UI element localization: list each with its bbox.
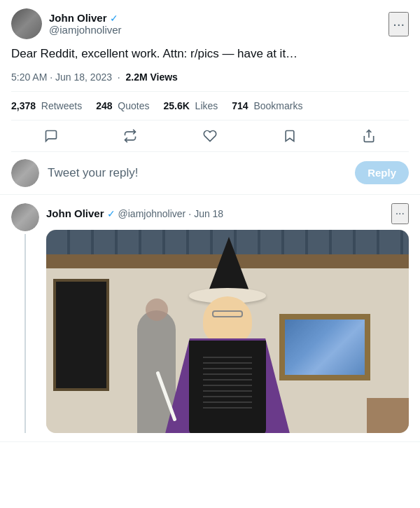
thread-avatar[interactable] <box>11 203 39 231</box>
reply-button[interactable]: Reply <box>355 161 409 184</box>
bookmark-button[interactable] <box>277 123 302 149</box>
display-name[interactable]: John Oliver <box>49 12 107 24</box>
reply-input-placeholder[interactable]: Tweet your reply! <box>48 166 346 180</box>
user-name-row: John Oliver ✓ <box>49 12 122 24</box>
thread-content: John Oliver ✓ @iamjohnoliver · Jun 18 ··… <box>46 203 409 433</box>
actions-row <box>11 121 409 152</box>
bookmarks-count: 714 <box>232 100 248 111</box>
user-details: John Oliver ✓ @iamjohnoliver <box>49 12 122 36</box>
thread-tweet: John Oliver ✓ @iamjohnoliver · Jun 18 ··… <box>0 195 420 442</box>
stats-row: 2,378 Retweets 248 Quotes 25.6K Likes 71… <box>11 100 409 121</box>
wizard-head <box>203 296 252 344</box>
bg-person-head <box>146 298 168 321</box>
picture-frame <box>279 314 370 380</box>
comment-button[interactable] <box>38 123 64 149</box>
likes-label: Likes <box>195 100 218 111</box>
quotes-count: 248 <box>96 100 112 111</box>
divider-1 <box>11 91 409 92</box>
tweet-text: Dear Reddit, excellent work. Attn: r/pic… <box>11 45 409 63</box>
quotes-label: Quotes <box>118 100 149 111</box>
thread-line <box>24 234 26 433</box>
share-button[interactable] <box>356 123 382 149</box>
retweet-button[interactable] <box>118 123 143 149</box>
reply-avatar <box>11 159 39 187</box>
quotes-stat[interactable]: 248 Quotes <box>96 100 149 111</box>
timestamp: 5:20 AM · Jun 18, 2023 <box>11 71 112 83</box>
main-tweet: John Oliver ✓ @iamjohnoliver ··· Dear Re… <box>0 0 420 152</box>
wizard-image-content <box>46 230 409 433</box>
username[interactable]: @iamjohnoliver <box>49 24 122 36</box>
thread-left <box>11 203 39 433</box>
thread-user-info: John Oliver ✓ @iamjohnoliver · Jun 18 <box>46 207 223 219</box>
likes-count: 25.6K <box>163 100 189 111</box>
likes-stat[interactable]: 25.6K Likes <box>163 100 218 111</box>
thread-user-row: John Oliver ✓ @iamjohnoliver · Jun 18 ··… <box>46 203 409 224</box>
thread-more-options-button[interactable]: ··· <box>391 203 409 224</box>
like-button[interactable] <box>197 123 223 149</box>
retweets-label: Retweets <box>41 100 82 111</box>
thread-username[interactable]: @iamjohnoliver <box>118 208 186 219</box>
door <box>53 279 109 391</box>
verified-icon: ✓ <box>110 13 118 24</box>
reply-box: Tweet your reply! Reply <box>0 152 420 195</box>
thread-tweet-date[interactable]: Jun 18 <box>194 208 223 219</box>
retweets-count: 2,378 <box>11 100 36 111</box>
bookmarks-stat[interactable]: 714 Bookmarks <box>232 100 302 111</box>
shirt-design <box>203 352 252 409</box>
views-count[interactable]: 2.2M Views <box>125 71 177 83</box>
counter <box>367 398 409 433</box>
avatar[interactable] <box>11 8 42 39</box>
tweet-meta: 5:20 AM · Jun 18, 2023 · 2.2M Views <box>11 71 409 83</box>
thread-display-name[interactable]: John Oliver <box>46 207 104 219</box>
thread-date: · <box>188 208 191 219</box>
bookmarks-label: Bookmarks <box>253 100 302 111</box>
tweet-image <box>46 230 409 433</box>
user-row: John Oliver ✓ @iamjohnoliver ··· <box>11 8 409 39</box>
thread-verified-icon: ✓ <box>107 208 115 219</box>
retweets-stat[interactable]: 2,378 Retweets <box>11 100 82 111</box>
more-options-button[interactable]: ··· <box>388 12 409 36</box>
glasses <box>212 310 243 317</box>
user-info: John Oliver ✓ @iamjohnoliver <box>11 8 122 39</box>
